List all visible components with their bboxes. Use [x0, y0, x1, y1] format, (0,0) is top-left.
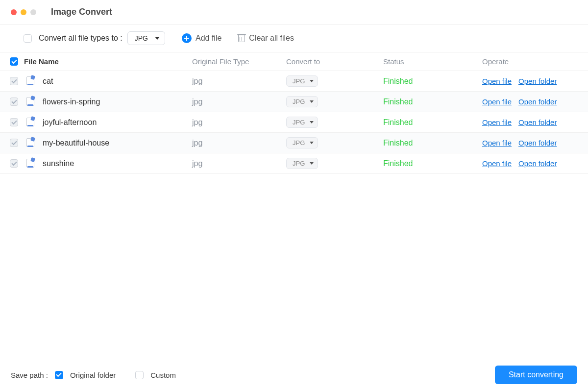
row-checkbox[interactable]	[10, 77, 18, 85]
table-row: flowers-in-springjpgJPGFinishedOpen file…	[0, 92, 588, 112]
clear-all-button[interactable]: Clear all files	[238, 34, 294, 43]
file-name: sunshine	[43, 159, 74, 168]
chevron-down-icon	[310, 142, 314, 144]
convert-to-select[interactable]: JPG	[286, 96, 318, 107]
add-file-label: Add file	[196, 34, 221, 43]
file-name: my-beautiful-house	[43, 139, 109, 147]
convert-all-label: Convert all file types to :	[39, 34, 122, 43]
col-file-name: File Name	[24, 57, 59, 66]
convert-to-value: JPG	[293, 77, 305, 85]
open-folder-link[interactable]: Open folder	[518, 139, 557, 147]
convert-to-value: JPG	[293, 139, 305, 147]
image-file-icon	[25, 158, 36, 169]
original-type: jpg	[185, 118, 279, 127]
save-path-label: Save path :	[11, 371, 48, 379]
add-file-button[interactable]: Add file	[182, 33, 221, 43]
row-checkbox[interactable]	[10, 139, 18, 147]
convert-to-select[interactable]: JPG	[286, 75, 318, 87]
open-file-link[interactable]: Open file	[482, 98, 512, 106]
original-type: jpg	[185, 159, 279, 168]
toolbar: Convert all file types to : JPG Add file…	[0, 24, 588, 52]
status-value: Finished	[376, 139, 475, 147]
col-original: Original File Type	[185, 57, 279, 66]
custom-folder-label: Custom	[150, 371, 176, 379]
image-file-icon	[25, 97, 36, 107]
close-window-icon[interactable]	[11, 9, 17, 15]
status-value: Finished	[376, 118, 475, 127]
table-row: catjpgJPGFinishedOpen fileOpen folder	[0, 71, 588, 92]
status-value: Finished	[376, 159, 475, 168]
maximize-window-icon[interactable]	[30, 9, 36, 15]
convert-to-select[interactable]: JPG	[286, 117, 318, 128]
original-folder-checkbox[interactable]	[55, 371, 63, 379]
file-table: File Name Original File Type Convert to …	[0, 52, 588, 358]
col-operate: Operate	[475, 57, 588, 66]
original-type: jpg	[185, 139, 279, 147]
open-folder-link[interactable]: Open folder	[518, 159, 557, 168]
plus-icon	[182, 33, 192, 43]
convert-to-value: JPG	[293, 119, 305, 126]
table-row: my-beautiful-housejpgJPGFinishedOpen fil…	[0, 133, 588, 153]
open-file-link[interactable]: Open file	[482, 118, 512, 126]
image-file-icon	[25, 117, 36, 128]
chevron-down-icon	[310, 100, 314, 103]
start-converting-button[interactable]: Start converting	[495, 366, 577, 384]
custom-folder-checkbox[interactable]	[135, 371, 144, 379]
select-all-checkbox[interactable]	[10, 57, 18, 66]
image-file-icon	[25, 138, 36, 148]
titlebar: Image Convert	[0, 0, 588, 24]
col-status: Status	[376, 57, 475, 66]
image-file-icon	[25, 76, 36, 87]
traffic-lights	[11, 9, 36, 15]
status-value: Finished	[376, 98, 475, 106]
file-name: joyful-afternoon	[43, 118, 97, 127]
footer: Save path : Original folder Custom Start…	[0, 358, 588, 392]
chevron-down-icon	[310, 80, 314, 82]
row-checkbox[interactable]	[10, 118, 18, 126]
col-convert-to: Convert to	[279, 57, 376, 66]
open-file-link[interactable]: Open file	[482, 77, 512, 85]
row-checkbox[interactable]	[10, 98, 18, 106]
convert-to-value: JPG	[293, 160, 305, 167]
clear-all-label: Clear all files	[249, 34, 294, 43]
row-checkbox[interactable]	[10, 159, 18, 168]
chevron-down-icon	[155, 37, 160, 40]
convert-all-format-select[interactable]: JPG	[127, 31, 165, 45]
original-type: jpg	[185, 77, 279, 86]
table-header: File Name Original File Type Convert to …	[0, 52, 588, 71]
minimize-window-icon[interactable]	[21, 9, 26, 15]
file-name: flowers-in-spring	[43, 98, 100, 106]
table-row: sunshinejpgJPGFinishedOpen fileOpen fold…	[0, 153, 588, 174]
convert-to-select[interactable]: JPG	[286, 137, 318, 148]
convert-to-select[interactable]: JPG	[286, 158, 318, 169]
chevron-down-icon	[310, 121, 314, 123]
window-title: Image Convert	[51, 7, 112, 17]
convert-to-value: JPG	[293, 98, 305, 105]
convert-all-format-value: JPG	[135, 34, 148, 42]
chevron-down-icon	[310, 162, 314, 165]
original-folder-label: Original folder	[70, 371, 116, 379]
open-folder-link[interactable]: Open folder	[518, 118, 557, 126]
open-folder-link[interactable]: Open folder	[518, 98, 557, 106]
open-file-link[interactable]: Open file	[482, 159, 512, 168]
trash-icon	[238, 34, 245, 42]
convert-all-checkbox[interactable]	[24, 34, 32, 43]
table-row: joyful-afternoonjpgJPGFinishedOpen fileO…	[0, 112, 588, 133]
open-folder-link[interactable]: Open folder	[518, 77, 557, 85]
status-value: Finished	[376, 77, 475, 86]
original-type: jpg	[185, 98, 279, 106]
file-name: cat	[43, 77, 53, 86]
open-file-link[interactable]: Open file	[482, 139, 512, 147]
